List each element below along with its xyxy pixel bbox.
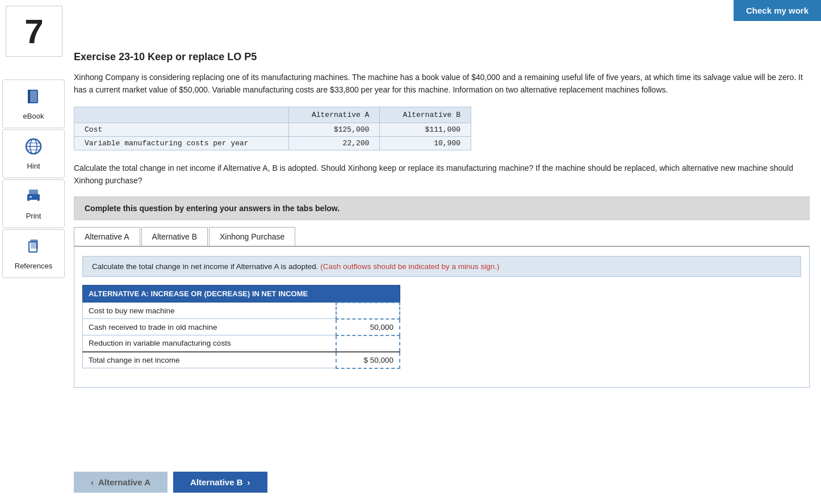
tabs-container: Alternative A Alternative B Xinhong Purc… <box>74 227 810 247</box>
table-header-alt-a: Alternative A <box>288 107 380 123</box>
left-sidebar: eBook Hint Print <box>0 79 67 279</box>
question-text: Calculate the total change in net income… <box>74 162 810 187</box>
answer-table-wrapper: ALTERNATIVE A: INCREASE OR (DECREASE) IN… <box>82 285 801 369</box>
cost-input[interactable] <box>342 306 393 315</box>
data-table: Alternative A Alternative B Cost $125,00… <box>74 107 471 150</box>
next-arrow-icon: › <box>248 477 250 487</box>
cash-label: Cash received to trade in old machine <box>83 319 337 335</box>
answer-table-header: ALTERNATIVE A: INCREASE OR (DECREASE) IN… <box>83 285 400 303</box>
ebook-label: eBook <box>23 112 44 120</box>
exercise-title: Exercise 23-10 Keep or replace LO P5 <box>74 51 810 63</box>
globe-icon <box>24 137 43 158</box>
table-cell-cost-a: $125,000 <box>288 123 380 136</box>
reduction-label: Reduction in variable manufacturing cost… <box>83 335 337 352</box>
tab-xinhong-purchase[interactable]: Xinhong Purchase <box>209 227 295 246</box>
answer-table-row-cost: Cost to buy new machine <box>83 303 400 319</box>
svg-rect-2 <box>28 90 30 103</box>
cash-value[interactable]: 50,000 <box>336 319 400 335</box>
answer-table-row-cash: Cash received to trade in old machine 50… <box>83 319 400 335</box>
sidebar-item-references[interactable]: References <box>2 229 65 278</box>
description-text: Xinhong Company is considering replacing… <box>74 71 810 96</box>
answer-table: ALTERNATIVE A: INCREASE OR (DECREASE) IN… <box>82 285 400 369</box>
svg-rect-1 <box>29 91 37 102</box>
table-cell-cost-b: $111,000 <box>380 123 471 136</box>
total-amount: $ 50,000 <box>363 356 393 364</box>
table-cell-varmanuf-label: Variable manufacturing costs per year <box>74 136 289 150</box>
cost-input-cell[interactable] <box>336 303 400 319</box>
total-label: Total change in net income <box>83 352 337 368</box>
hint-label: Hint <box>27 162 40 170</box>
references-label: References <box>15 262 52 270</box>
question-number: 7 <box>6 6 62 57</box>
main-content: Exercise 23-10 Keep or replace LO P5 Xin… <box>74 6 810 388</box>
next-button-label: Alternative B <box>190 477 243 487</box>
inner-instruction: Calculate the total change in net income… <box>82 256 801 277</box>
sidebar-item-hint[interactable]: Hint <box>2 129 65 178</box>
next-button[interactable]: Alternative B › <box>173 472 267 493</box>
svg-rect-15 <box>31 240 37 249</box>
table-cell-varmanuf-b: 10,900 <box>380 136 471 150</box>
table-header-alt-b: Alternative B <box>380 107 471 123</box>
table-cell-cost-label: Cost <box>74 123 289 136</box>
copy-icon <box>24 237 43 258</box>
tab-alternative-b[interactable]: Alternative B <box>141 227 208 246</box>
answer-table-header-label: ALTERNATIVE A: INCREASE OR (DECREASE) IN… <box>83 285 400 303</box>
svg-rect-11 <box>30 196 32 198</box>
total-value[interactable]: $ 50,000 <box>336 352 400 368</box>
cash-note: (Cash outflows should be indicated by a … <box>320 262 499 271</box>
table-cell-varmanuf-a: 22,200 <box>288 136 380 150</box>
tab-alternative-a[interactable]: Alternative A <box>74 227 140 246</box>
cost-label: Cost to buy new machine <box>83 303 337 319</box>
answer-table-row-total: Total change in net income $ 50,000 <box>83 352 400 368</box>
prev-arrow-icon: ‹ <box>91 477 94 487</box>
check-my-work-button[interactable]: Check my work <box>734 0 821 21</box>
answer-table-row-reduction: Reduction in variable manufacturing cost… <box>83 335 400 352</box>
complete-instruction: Complete this question by entering your … <box>74 196 810 220</box>
svg-rect-10 <box>30 200 37 204</box>
prev-button-label: Alternative A <box>98 477 150 487</box>
sidebar-item-print[interactable]: Print <box>2 179 65 228</box>
tab-content: Calculate the total change in net income… <box>74 247 810 388</box>
bottom-nav: ‹ Alternative A Alternative B › <box>74 472 267 493</box>
print-icon <box>24 187 43 208</box>
sidebar-item-ebook[interactable]: eBook <box>2 79 65 128</box>
table-header-row-label <box>74 107 289 123</box>
table-row: Cost $125,000 $111,000 <box>74 123 471 136</box>
prev-button[interactable]: ‹ Alternative A <box>74 472 167 493</box>
book-icon <box>24 87 43 108</box>
reduction-input[interactable] <box>342 339 393 348</box>
table-row: Variable manufacturing costs per year 22… <box>74 136 471 150</box>
print-label: Print <box>26 212 41 220</box>
cash-amount: 50,000 <box>370 323 393 331</box>
reduction-input-cell[interactable] <box>336 335 400 352</box>
